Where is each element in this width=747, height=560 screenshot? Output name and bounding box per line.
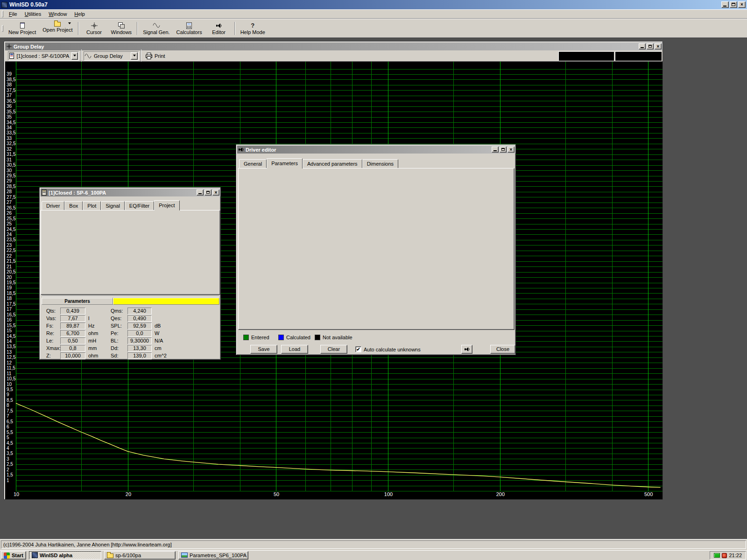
new-project-button[interactable]: New Project (5, 20, 39, 37)
project-window: [1]Closed : SP-6_100PA × DriverBoxPlotSi… (39, 187, 221, 360)
proj-param-value-spl: 92,59 (127, 322, 152, 329)
cascade-windows-icon (118, 22, 125, 29)
folder-icon (107, 553, 113, 558)
graph-type-arrow[interactable] (131, 52, 138, 60)
chevron-down-icon (68, 22, 71, 26)
editor-button[interactable]: Editor (205, 20, 233, 37)
start-label: Start (12, 553, 23, 558)
toolbar-grip[interactable] (2, 25, 3, 32)
toolbar-button-label: Open Project (42, 27, 72, 33)
proj-param-label-xmax: Xmax: (46, 345, 61, 351)
main-toolbar: New ProjectOpen ProjectCursorWindowsSign… (0, 19, 747, 38)
proj-param-label-fs: Fs: (46, 323, 53, 329)
project-tab-plot[interactable]: Plot (83, 201, 101, 210)
cursor-crosshair-icon (91, 22, 98, 29)
taskbar-task-0[interactable]: WinISD alpha (29, 551, 101, 560)
help-mode-button[interactable]: ?Help Mode (237, 20, 268, 37)
chevron-down-icon (133, 55, 136, 58)
toolbar-separator (137, 22, 138, 35)
project-tab-eq-filter[interactable]: EQ/Filter (125, 201, 154, 210)
menubar-grip[interactable] (2, 11, 3, 17)
proj-param-value-qes: 0,490 (127, 315, 152, 322)
driver-tab-dimensions[interactable]: Dimensions (362, 159, 398, 168)
project-tabpanel (41, 210, 220, 295)
proj-param-value-re: 6,700 (60, 330, 85, 337)
group-delay-titlebar[interactable]: Group Delay × (5, 42, 662, 50)
close-button[interactable]: × (738, 1, 746, 8)
toolbar-button-label: Calculators (176, 29, 202, 35)
calculator-icon (185, 22, 193, 29)
driver-clear-button[interactable]: Clear (320, 345, 347, 354)
proj-minimize-button[interactable] (197, 189, 204, 196)
graph-type-selector[interactable]: Group Delay (84, 51, 139, 61)
display-tray-icon[interactable] (714, 553, 720, 558)
project-tab-driver[interactable]: Driver (42, 201, 64, 210)
project-titlebar[interactable]: [1]Closed : SP-6_100PA × (41, 189, 220, 196)
project-window-icon (42, 189, 47, 196)
auto-calc-checkbox[interactable]: ✔ (355, 346, 361, 352)
minimize-button[interactable] (721, 1, 729, 8)
proj-close-button[interactable]: × (212, 189, 219, 196)
project-tab-box[interactable]: Box (64, 201, 83, 210)
open-project-button[interactable]: Open Project (39, 20, 76, 37)
driver-tab-advanced-parameters[interactable]: Advanced parameters (303, 159, 362, 168)
menu-window[interactable]: Window (45, 10, 70, 18)
signal-gen--button[interactable]: Signal Gen. (140, 20, 173, 37)
driver-editor-title: Driver editor (246, 147, 276, 153)
group-delay-title: Group Delay (14, 44, 44, 49)
project-selector-arrow[interactable] (71, 52, 78, 60)
proj-param-label-re: Re: (46, 330, 54, 336)
print-button[interactable]: Print (143, 53, 167, 59)
proj-maximize-button[interactable] (204, 189, 211, 196)
speaker-icon (238, 147, 244, 153)
proj-param-unit: dB (155, 323, 161, 329)
driver-load-button[interactable]: Load (281, 345, 308, 354)
cursor-readout-box (558, 51, 614, 61)
legend-label: Calculated (286, 335, 310, 340)
driver-editor-titlebar[interactable]: Driver editor × (237, 146, 515, 154)
proj-param-value-sd: 139,0 (127, 352, 152, 359)
proj-param-unit: cm^2 (155, 353, 167, 358)
taskbar-task-1[interactable]: sp-6/100pa (104, 551, 176, 560)
windows-button[interactable]: Windows (108, 20, 135, 37)
driver-save-button[interactable]: Save (250, 345, 277, 354)
calculators-button[interactable]: Calculators (173, 20, 205, 37)
drv-minimize-button[interactable] (492, 147, 499, 153)
separator (42, 295, 219, 296)
drv-close-button[interactable]: × (507, 147, 514, 153)
start-button[interactable]: Start (1, 551, 26, 560)
proj-param-label-spl: SPL: (111, 323, 122, 329)
proj-param-label-sd: Sd: (111, 353, 119, 358)
proj-param-unit: N/A (155, 338, 163, 343)
project-window-title: [1]Closed : SP-6_100PA (49, 190, 106, 196)
project-tab-project[interactable]: Project (154, 200, 179, 210)
speaker-icon (464, 346, 470, 352)
main-titlebar[interactable]: WinISD 0.50a7 × (0, 0, 747, 9)
driver-tab-parameters[interactable]: Parameters (267, 158, 303, 168)
menu-file[interactable]: File (5, 10, 21, 18)
play-tone-button[interactable] (461, 345, 472, 354)
gd-minimize-button[interactable] (639, 43, 646, 49)
chevron-down-icon (73, 55, 76, 58)
project-tab-signal[interactable]: Signal (101, 201, 125, 210)
gd-restore-button[interactable] (647, 43, 654, 49)
cursor-button[interactable]: Cursor (81, 20, 108, 37)
drv-maximize-button[interactable] (500, 147, 507, 153)
gd-close-button[interactable]: × (655, 43, 662, 49)
legend-label: Not available (323, 335, 352, 340)
proj-param-value-xmax: 0,8 (60, 345, 85, 352)
main-window-title: WinISD 0.50a7 (9, 1, 48, 8)
project-doc-icon (9, 53, 14, 59)
gd-toolbar-separator (141, 49, 141, 63)
menu-utilities[interactable]: Utilities (21, 10, 45, 18)
driver-tab-general[interactable]: General (239, 159, 267, 168)
taskbar-task-2[interactable]: Parametres_SP6_100PA ... (178, 551, 248, 560)
volume-tray-icon[interactable] (722, 553, 727, 558)
driver-close-button[interactable]: Close (490, 345, 515, 354)
project-selector[interactable]: [1]closed : SP-6/100PA (8, 51, 79, 61)
menu-help[interactable]: Help (70, 10, 89, 18)
maximize-button[interactable] (730, 1, 737, 8)
clock: 21:22 (729, 553, 742, 558)
speaker-icon (215, 22, 223, 29)
proj-param-unit: Hz (88, 323, 94, 329)
